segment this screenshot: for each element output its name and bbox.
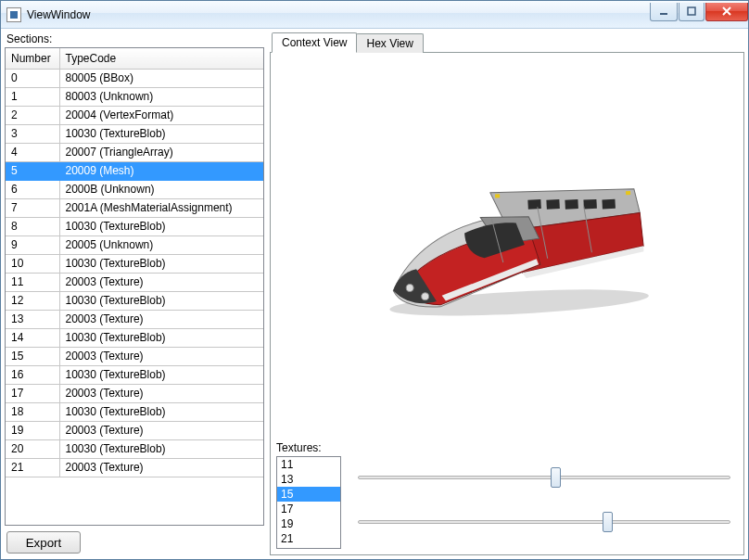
cell-number: 19 xyxy=(6,421,59,439)
cell-typecode: 20009 (Mesh) xyxy=(59,161,263,180)
list-item[interactable]: 17 xyxy=(277,502,340,516)
table-row[interactable]: 72001A (MeshMaterialAssignment) xyxy=(6,198,263,217)
textures-listbox[interactable]: 111315171921 xyxy=(276,456,341,549)
cell-typecode: 20003 (Texture) xyxy=(59,458,263,477)
cell-number: 0 xyxy=(6,69,59,87)
list-item[interactable]: 11 xyxy=(277,457,340,472)
sections-pane: Sections: Number TypeCode 080005 (BBox)1… xyxy=(5,32,264,555)
table-row[interactable]: 1210030 (TextureBlob) xyxy=(6,291,263,310)
minimize-button[interactable] xyxy=(650,3,678,21)
col-typecode[interactable]: TypeCode xyxy=(59,48,263,69)
slider-2-thumb[interactable] xyxy=(603,512,613,532)
cell-number: 15 xyxy=(6,347,59,365)
close-button[interactable] xyxy=(705,3,748,21)
bottom-controls: Textures: 111315171921 xyxy=(271,438,743,554)
list-item[interactable]: 15 xyxy=(277,487,340,502)
slider-1[interactable] xyxy=(358,467,730,488)
cell-typecode: 80003 (Unknown) xyxy=(59,87,263,106)
svg-rect-3 xyxy=(527,199,541,210)
tab-context-view[interactable]: Context View xyxy=(272,32,357,53)
cell-typecode: 10030 (TextureBlob) xyxy=(59,124,263,143)
svg-rect-9 xyxy=(626,191,630,195)
slider-1-thumb[interactable] xyxy=(551,467,561,488)
cell-number: 18 xyxy=(6,402,59,421)
table-row[interactable]: 920005 (Unknown) xyxy=(6,235,263,254)
cell-typecode: 10030 (TextureBlob) xyxy=(59,328,263,347)
svg-rect-8 xyxy=(495,194,500,197)
table-row[interactable]: 1410030 (TextureBlob) xyxy=(6,328,263,347)
cell-typecode: 20003 (Texture) xyxy=(59,310,263,328)
cell-number: 10 xyxy=(6,254,59,273)
cell-number: 1 xyxy=(6,87,59,106)
table-row[interactable]: 1810030 (TextureBlob) xyxy=(6,402,263,421)
table-row[interactable]: 1920003 (Texture) xyxy=(6,421,263,439)
tab-hex-view[interactable]: Hex View xyxy=(356,33,423,53)
svg-rect-5 xyxy=(565,199,578,210)
cell-typecode: 20004 (VertexFormat) xyxy=(59,106,263,124)
svg-rect-4 xyxy=(546,199,560,210)
cell-number: 2 xyxy=(6,106,59,124)
mesh-viewer[interactable] xyxy=(271,53,743,438)
svg-rect-7 xyxy=(602,199,616,210)
cell-number: 6 xyxy=(6,180,59,198)
table-row[interactable]: 420007 (TriangleArray) xyxy=(6,143,263,161)
table-row[interactable]: 2010030 (TextureBlob) xyxy=(6,439,263,458)
table-row[interactable]: 1120003 (Texture) xyxy=(6,273,263,291)
client-area: Sections: Number TypeCode 080005 (BBox)1… xyxy=(1,29,748,559)
cell-typecode: 20003 (Texture) xyxy=(59,421,263,439)
svg-point-10 xyxy=(406,284,413,291)
svg-rect-1 xyxy=(688,7,695,15)
cell-typecode: 10030 (TextureBlob) xyxy=(59,254,263,273)
table-row[interactable]: 2120003 (Texture) xyxy=(6,458,263,477)
cell-number: 16 xyxy=(6,365,59,384)
app-icon xyxy=(6,7,21,22)
table-row[interactable]: 1720003 (Texture) xyxy=(6,384,263,402)
table-row[interactable]: 1010030 (TextureBlob) xyxy=(6,254,263,273)
table-row[interactable]: 810030 (TextureBlob) xyxy=(6,217,263,235)
table-row[interactable]: 1320003 (Texture) xyxy=(6,310,263,328)
cell-typecode: 20003 (Texture) xyxy=(59,273,263,291)
table-row[interactable]: 1520003 (Texture) xyxy=(6,347,263,365)
cell-number: 9 xyxy=(6,235,59,254)
viewer-pane: Context View Hex View xyxy=(270,32,744,555)
table-row[interactable]: 520009 (Mesh) xyxy=(6,161,263,180)
cell-typecode: 10030 (TextureBlob) xyxy=(59,365,263,384)
table-row[interactable]: 1610030 (TextureBlob) xyxy=(6,365,263,384)
cell-number: 21 xyxy=(6,458,59,477)
cell-number: 3 xyxy=(6,124,59,143)
slider-1-track xyxy=(358,476,730,479)
cell-typecode: 20005 (Unknown) xyxy=(59,235,263,254)
train-model-preview xyxy=(350,165,664,329)
export-button[interactable]: Export xyxy=(6,531,81,554)
table-row[interactable]: 220004 (VertexFormat) xyxy=(6,106,263,124)
cell-number: 17 xyxy=(6,384,59,402)
table-row[interactable]: 62000B (Unknown) xyxy=(6,180,263,198)
slider-2-track xyxy=(358,520,730,524)
cell-typecode: 80005 (BBox) xyxy=(59,69,263,87)
cell-number: 8 xyxy=(6,217,59,235)
cell-typecode: 2000B (Unknown) xyxy=(59,180,263,198)
list-item[interactable]: 13 xyxy=(277,472,340,487)
cell-number: 13 xyxy=(6,310,59,328)
col-number[interactable]: Number xyxy=(6,48,59,69)
table-row[interactable]: 180003 (Unknown) xyxy=(6,87,263,106)
window-controls xyxy=(649,3,748,21)
svg-rect-6 xyxy=(583,199,597,210)
tabstrip: Context View Hex View xyxy=(270,32,744,53)
table-row[interactable]: 080005 (BBox) xyxy=(6,69,263,87)
maximize-icon xyxy=(687,6,696,16)
table-row[interactable]: 310030 (TextureBlob) xyxy=(6,124,263,143)
cell-number: 4 xyxy=(6,143,59,161)
minimize-icon xyxy=(659,6,668,16)
list-item[interactable]: 19 xyxy=(277,516,340,531)
app-window: ViewWindow Sections: Number xyxy=(0,0,749,560)
slider-2[interactable] xyxy=(358,512,730,532)
titlebar[interactable]: ViewWindow xyxy=(1,1,748,29)
list-item[interactable]: 21 xyxy=(277,531,340,546)
cell-number: 5 xyxy=(6,161,59,180)
maximize-button[interactable] xyxy=(679,3,705,21)
sections-label: Sections: xyxy=(6,32,264,45)
cell-number: 12 xyxy=(6,291,59,310)
sections-grid[interactable]: Number TypeCode 080005 (BBox)180003 (Unk… xyxy=(5,47,264,526)
svg-rect-0 xyxy=(660,13,667,15)
